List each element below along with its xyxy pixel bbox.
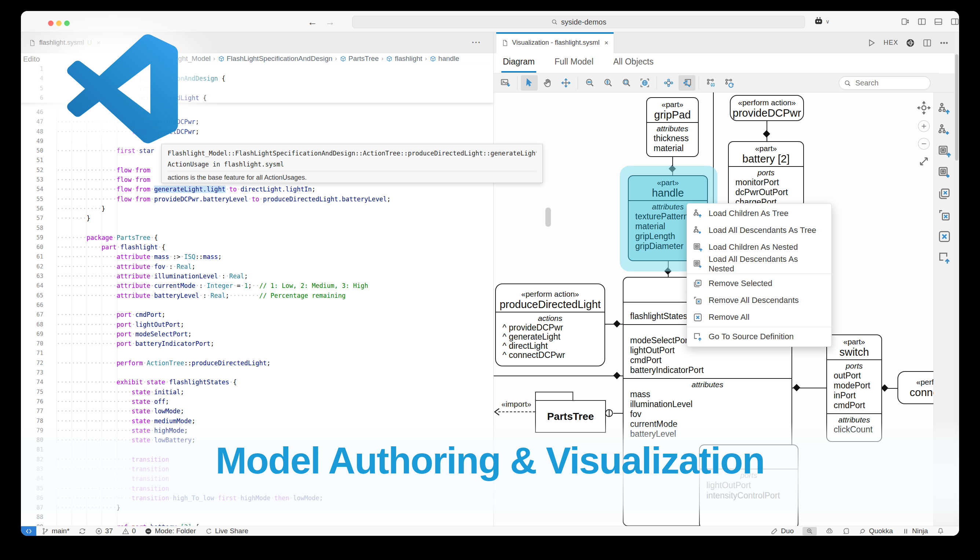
split-left-icon[interactable] bbox=[917, 17, 927, 27]
compartment-item[interactable]: illuminationLevel bbox=[623, 399, 792, 409]
menu-item-remove-descendants[interactable]: Remove All Descendants bbox=[687, 292, 832, 309]
compartment-item[interactable]: ^ generateLight bbox=[496, 332, 605, 342]
breadcrumb-item-flashlight[interactable]: flashlight bbox=[386, 55, 422, 63]
code-line-82[interactable]: 82····················transition bbox=[21, 455, 493, 464]
code-line-83[interactable]: 83····················transition bbox=[21, 464, 493, 474]
status-squirrel[interactable] bbox=[842, 527, 850, 535]
tab-visualization[interactable]: Visualization - flashlight.sysml × bbox=[496, 32, 614, 53]
close-icon[interactable]: × bbox=[97, 39, 100, 47]
code-line-63[interactable]: 63················attribute·illumination… bbox=[21, 272, 493, 281]
breadcrumb-item-Flashlight_Model[interactable]: Flashlight_Model bbox=[149, 55, 211, 63]
pane-divider[interactable] bbox=[493, 32, 494, 526]
status-live-share[interactable]: Live Share bbox=[205, 527, 248, 535]
code-line-4[interactable]: 4 pecificationAndDesign { bbox=[21, 74, 493, 83]
load-descendants-nested-button[interactable] bbox=[937, 166, 952, 180]
zoom-out-button[interactable]: − bbox=[918, 138, 930, 150]
code-line-85[interactable]: 85····················transition bbox=[21, 484, 493, 493]
code-line-6[interactable]: 6 uceDirectedLight { bbox=[21, 93, 493, 103]
menu-item-load-children-nested[interactable]: Load Children As Nested bbox=[687, 239, 832, 256]
code-line-86[interactable]: 86····················transition·high_To… bbox=[21, 493, 493, 503]
code-line-80[interactable]: 80····················state·lowBattery; bbox=[21, 435, 493, 445]
zoom-v-button[interactable] bbox=[600, 75, 617, 91]
remove-all-button[interactable] bbox=[937, 230, 952, 243]
compartment-item[interactable]: mass bbox=[623, 390, 792, 399]
viz-tab-diagram[interactable]: Diagram bbox=[502, 53, 536, 73]
menu-item-remove-selected[interactable]: Remove Selected bbox=[687, 275, 832, 292]
code-line-66[interactable]: 66 bbox=[21, 300, 493, 310]
code-line-67[interactable]: 67················port·cmdPort; bbox=[21, 310, 493, 320]
status-sync[interactable] bbox=[78, 527, 86, 535]
code-line-79[interactable]: 79····················state·highMode; bbox=[21, 426, 493, 435]
code-line-1[interactable]: 1 l { bbox=[21, 64, 493, 74]
split-icon[interactable] bbox=[922, 38, 932, 48]
code-line-47[interactable]: 47····················then·provideDCPwr; bbox=[21, 117, 493, 127]
layout-customize-icon[interactable] bbox=[900, 17, 910, 27]
compartment-item[interactable]: lightOutPort bbox=[623, 345, 792, 355]
close-window-button[interactable] bbox=[48, 20, 53, 26]
viz-tab-all-objects[interactable]: All Objects bbox=[612, 53, 655, 71]
select-button[interactable] bbox=[521, 75, 538, 91]
pan-button[interactable] bbox=[539, 75, 556, 91]
code-line-5[interactable]: 5 ree { bbox=[21, 83, 493, 93]
code-editor[interactable]: 46 rk1;47····················then·provid… bbox=[21, 64, 493, 526]
status-plug[interactable]: Quokka bbox=[858, 527, 893, 535]
code-line-81[interactable]: 81 bbox=[21, 445, 493, 454]
code-line-60[interactable]: 60············part·flashlight·{ bbox=[21, 242, 493, 252]
status-error[interactable]: 37 bbox=[95, 527, 113, 535]
layout-nodes-button[interactable] bbox=[678, 75, 695, 91]
diagram-search-box[interactable] bbox=[839, 76, 930, 90]
compartment-item[interactable]: fov bbox=[623, 409, 792, 419]
menu-item-load-children-tree[interactable]: Load Children As Tree bbox=[687, 205, 832, 222]
node-grip-pad[interactable]: «part»gripPadattributesthicknessmaterial bbox=[646, 97, 699, 157]
code-line-64[interactable]: 64················attribute·currentMode·… bbox=[21, 281, 493, 290]
menu-item-goto-source[interactable]: Go To Source Definition bbox=[687, 328, 832, 345]
code-line-75[interactable]: 75····················state·initial; bbox=[21, 387, 493, 397]
assistant-icon[interactable] bbox=[813, 16, 824, 27]
code-line-56[interactable]: 56············} bbox=[21, 204, 493, 213]
code-line-61[interactable]: 61················attribute·mass·:>·ISQ:… bbox=[21, 252, 493, 262]
chevron-down-icon[interactable]: ∨ bbox=[826, 18, 830, 25]
code-line-87[interactable]: 87················} bbox=[21, 503, 493, 512]
compartment-item[interactable]: monitorPort bbox=[729, 177, 803, 187]
hex-editor-button[interactable]: HEX bbox=[883, 39, 898, 47]
load-view-button[interactable] bbox=[702, 75, 719, 91]
breadcrumb-item-FlashLightSpecificationAndDesign[interactable]: FlashLightSpecificationAndDesign bbox=[218, 55, 332, 63]
refresh-layout-button[interactable] bbox=[721, 75, 738, 91]
menu-item-remove-all[interactable]: Remove All bbox=[687, 309, 832, 326]
minimize-window-button[interactable] bbox=[56, 20, 62, 26]
zoom-h-button[interactable] bbox=[581, 75, 598, 91]
menu-item-load-descendants-tree[interactable]: Load All Descendants As Tree bbox=[687, 222, 832, 239]
compartment-item[interactable]: ^ connectDCPwr bbox=[496, 351, 605, 360]
code-line-59[interactable]: 59········package·PartsTree·{ bbox=[21, 233, 493, 242]
editor-scrollbar-thumb[interactable] bbox=[545, 208, 551, 227]
code-line-48[interactable]: 48····················then·connectDCPwr; bbox=[21, 127, 493, 137]
compartment-item[interactable]: outPort bbox=[827, 371, 881, 381]
scrollbar-thumb[interactable] bbox=[955, 54, 958, 161]
compartment-item[interactable]: modePort bbox=[827, 381, 881, 390]
code-line-71[interactable]: 71 bbox=[21, 348, 493, 358]
compartment-item[interactable]: currentMode bbox=[623, 419, 792, 429]
run-icon[interactable] bbox=[867, 38, 876, 48]
compartment-item[interactable]: lightOutPort bbox=[700, 480, 798, 490]
node-connect-dc-pwr[interactable]: «perform action»connectDCPwr bbox=[897, 371, 933, 404]
code-line-73[interactable]: 73 bbox=[21, 368, 493, 377]
code-line-55[interactable]: 55················flow·from·provideDCPwr… bbox=[21, 194, 493, 204]
node-partstree[interactable]: PartsTree bbox=[535, 400, 606, 433]
code-line-76[interactable]: 76····················state·off; bbox=[21, 397, 493, 406]
compartment-item[interactable]: ^ directLight bbox=[496, 342, 605, 351]
code-line-70[interactable]: 70················port·batteryIndicatorP… bbox=[21, 339, 493, 348]
remote-indicator-button[interactable] bbox=[21, 526, 36, 536]
compartment-item[interactable]: cmdPort bbox=[827, 400, 881, 410]
compartment-item[interactable]: material bbox=[647, 143, 698, 153]
zoom-sel-button[interactable] bbox=[618, 75, 635, 91]
close-icon[interactable]: × bbox=[605, 39, 608, 47]
forward-button[interactable]: → bbox=[324, 16, 336, 28]
tab-flashlight-sysml[interactable]: flashlight.sysml U × bbox=[23, 32, 106, 53]
viz-tab-full-model[interactable]: Full Model bbox=[553, 53, 595, 71]
node-switch[interactable]: «part»switchportsoutPortmodePortinPortcm… bbox=[826, 335, 882, 442]
load-children-tree-button[interactable] bbox=[937, 102, 952, 116]
code-line-88[interactable]: 88 bbox=[21, 512, 493, 522]
node-bottom-part[interactable]: portslightOutPortintensityControlPort bbox=[699, 445, 798, 526]
compartment-item[interactable]: intensityControlPort bbox=[700, 490, 798, 501]
split-bottom-icon[interactable] bbox=[933, 17, 943, 27]
